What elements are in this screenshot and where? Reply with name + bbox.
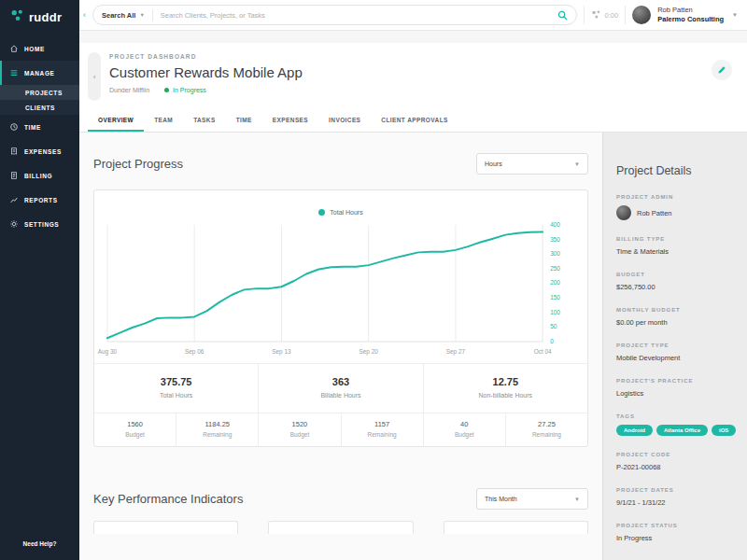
- detail-section-project-admin: PROJECT ADMINRob Patten: [616, 194, 738, 220]
- progress-section-title: Project Progress: [93, 157, 183, 171]
- main-sidebar: ruddr HOMEMANAGEPROJECTSCLIENTSTIMEEXPEN…: [0, 0, 79, 560]
- topbar-divider: [625, 6, 626, 24]
- sidebar-item-home[interactable]: HOME: [0, 36, 79, 61]
- sidebar-item-clients[interactable]: CLIENTS: [0, 100, 79, 115]
- legend-dot-icon: [318, 209, 325, 216]
- sidebar-item-projects[interactable]: PROJECTS: [0, 85, 79, 100]
- app-window: ruddr HOMEMANAGEPROJECTSCLIENTSTIMEEXPEN…: [0, 0, 747, 560]
- tab-overview[interactable]: OVERVIEW: [88, 108, 144, 132]
- tab-time[interactable]: TIME: [226, 108, 262, 132]
- svg-text:300: 300: [550, 250, 560, 257]
- home-icon: [9, 44, 19, 53]
- sidebar-item-label: MANAGE: [24, 70, 55, 77]
- need-help-link[interactable]: Need Help?: [0, 540, 79, 547]
- project-drawer-handle[interactable]: ‹: [88, 52, 101, 101]
- search-scope-dropdown[interactable]: Search All ▼: [102, 11, 145, 20]
- budget-cell: 40Budget: [423, 413, 505, 446]
- detail-section-project-s-practice: PROJECT'S PRACTICELogistics: [616, 378, 738, 398]
- budget-stats-row: 1560Budget1184.25Remaining1520Budget1157…: [94, 413, 587, 446]
- detail-value: Time & Materials: [616, 247, 738, 256]
- tab-invoices[interactable]: INVOICES: [318, 108, 371, 132]
- progress-range-select[interactable]: Hours ▼: [476, 153, 588, 175]
- budget-value: 40: [424, 420, 505, 428]
- gear-icon: [9, 219, 19, 229]
- global-search: Search All ▼: [92, 5, 577, 25]
- search-divider: [152, 9, 153, 21]
- sidebar-item-billing[interactable]: BILLING: [0, 163, 79, 188]
- search-scope-label: Search All: [102, 11, 135, 20]
- user-avatar[interactable]: [632, 6, 651, 24]
- timer-button[interactable]: 0:00: [591, 9, 619, 21]
- detail-label: PROJECT STATUS: [616, 523, 738, 528]
- menu-icon: [9, 68, 19, 77]
- sidebar-item-expenses[interactable]: EXPENSES: [0, 139, 79, 163]
- sidebar-item-label: SETTINGS: [24, 221, 59, 228]
- tag-row: AndroidAtlanta OfficeiOS: [616, 425, 738, 436]
- budget-value: 1520: [259, 420, 340, 428]
- budget-label: Budget: [259, 431, 340, 438]
- ruddr-logo[interactable]: ruddr: [0, 0, 79, 36]
- stat-label: Non-billable Hours: [424, 392, 587, 399]
- budget-cell: 1520Budget: [258, 413, 340, 446]
- detail-value: P-2021-00068: [616, 463, 738, 471]
- detail-label: BUDGET: [616, 272, 738, 277]
- kpi-cards-row: [93, 521, 588, 534]
- tab-client-approvals[interactable]: CLIENT APPROVALS: [371, 108, 458, 132]
- remaining-cell: 1184.25Remaining: [176, 413, 258, 446]
- sidebar-item-settings[interactable]: SETTINGS: [0, 212, 79, 236]
- detail-section-budget: BUDGET$256,750.00: [616, 272, 738, 291]
- sidebar-item-time[interactable]: TIME: [0, 115, 79, 139]
- edit-project-button[interactable]: [712, 60, 732, 80]
- admin-row: Rob Patten: [616, 205, 738, 220]
- svg-text:Sep 06: Sep 06: [185, 348, 204, 356]
- invoice-icon: [9, 171, 19, 180]
- budget-label: Budget: [424, 431, 505, 438]
- stat-value: 363: [259, 376, 422, 387]
- admin-avatar: [616, 205, 631, 220]
- tag-pill[interactable]: Android: [616, 425, 653, 436]
- tag-pill[interactable]: Atlanta Office: [656, 425, 708, 436]
- detail-label: TAGS: [616, 413, 738, 419]
- svg-text:Sep 13: Sep 13: [272, 348, 291, 356]
- sidebar-item-label: HOME: [24, 46, 45, 52]
- detail-section-project-type: PROJECT TYPEMobile Development: [616, 343, 738, 362]
- kpi-range-select[interactable]: This Month ▼: [476, 488, 588, 510]
- details-title: Project Details: [616, 164, 738, 177]
- page-overline: PROJECT DASHBOARD: [109, 53, 703, 60]
- page-title: Customer Rewards Mobile App: [109, 64, 703, 80]
- tag-pill[interactable]: iOS: [712, 425, 736, 436]
- project-details-rail: Project Details PROJECT ADMINRob PattenB…: [602, 133, 747, 560]
- tab-tasks[interactable]: TASKS: [183, 108, 226, 132]
- svg-text:0: 0: [550, 338, 554, 344]
- receipt-icon: [9, 147, 19, 156]
- clock-icon: [9, 122, 19, 132]
- stat-col: 363Billable Hours: [258, 364, 422, 413]
- detail-label: PROJECT DATES: [616, 487, 738, 493]
- kpi-range-value: This Month: [485, 496, 517, 502]
- tab-expenses[interactable]: EXPENSES: [262, 108, 318, 132]
- detail-section-project-dates: PROJECT DATES9/1/21 - 1/31/22: [616, 487, 738, 507]
- svg-text:Sep 20: Sep 20: [359, 348, 378, 356]
- stat-col: 12.75Non-billable Hours: [423, 364, 587, 413]
- budget-label: Budget: [94, 431, 176, 438]
- kpi-card: [444, 521, 588, 534]
- user-menu[interactable]: Rob Patten Palermo Consulting: [657, 6, 724, 24]
- search-input[interactable]: [161, 11, 550, 20]
- tab-team[interactable]: TEAM: [144, 108, 183, 132]
- detail-label: PROJECT CODE: [616, 452, 738, 457]
- sidebar-item-label: REPORTS: [24, 197, 58, 203]
- search-icon[interactable]: [557, 10, 568, 21]
- budget-value: 1560: [94, 420, 176, 428]
- stat-col: 375.75Total Hours: [94, 364, 258, 413]
- status-dot-icon: [164, 88, 169, 92]
- sidebar-item-manage[interactable]: MANAGE: [0, 61, 79, 85]
- legend-label: Total Hours: [330, 209, 362, 216]
- sidebar-item-label: PROJECTS: [25, 90, 63, 96]
- sidebar-collapse-arrow[interactable]: ‹: [83, 11, 86, 20]
- detail-value: 9/1/21 - 1/31/22: [616, 498, 738, 507]
- detail-section-monthly-budget: MONTHLY BUDGET$0.00 per month: [616, 307, 738, 327]
- stat-value: 12.75: [424, 376, 587, 387]
- chevron-down-icon[interactable]: ▼: [732, 12, 738, 18]
- sidebar-item-reports[interactable]: REPORTS: [0, 188, 79, 212]
- remaining-cell: 1157Remaining: [341, 413, 423, 446]
